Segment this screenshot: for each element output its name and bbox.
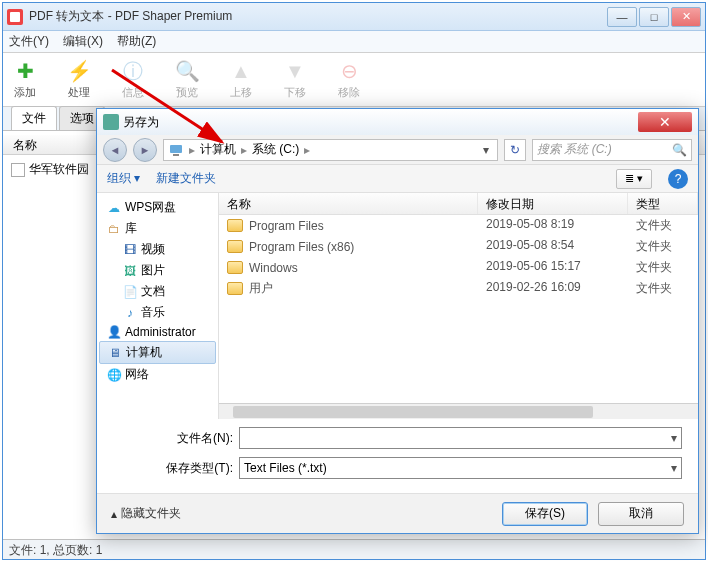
menubar: 文件(Y) 编辑(X) 帮助(Z) (3, 31, 705, 53)
file-list-header: 名称 修改日期 类型 (219, 193, 698, 215)
table-row[interactable]: Program Files2019-05-08 8:19文件夹 (219, 215, 698, 236)
table-row[interactable]: Program Files (x86)2019-05-08 8:54文件夹 (219, 236, 698, 257)
breadcrumb-dropdown[interactable]: ▾ (479, 143, 493, 157)
app-icon (7, 9, 23, 25)
preview-button[interactable]: 🔍预览 (175, 59, 199, 100)
svg-rect-1 (10, 12, 20, 22)
lightning-icon: ⚡ (67, 59, 91, 83)
moveup-button[interactable]: ▲上移 (229, 59, 253, 100)
savetype-field[interactable]: Text Files (*.txt) (239, 457, 682, 479)
chevron-right-icon: ▸ (186, 143, 198, 157)
hide-folders-link[interactable]: ▴隐藏文件夹 (111, 505, 181, 522)
search-placeholder: 搜索 系统 (C:) (537, 141, 612, 158)
filename-field[interactable] (239, 427, 682, 449)
folder-icon (227, 240, 243, 253)
arrow-down-icon: ▼ (283, 59, 307, 83)
crumb-drive[interactable]: 系统 (C:) (252, 141, 299, 158)
library-icon: 🗀 (107, 222, 121, 236)
close-button[interactable]: ✕ (671, 7, 701, 27)
computer-icon (168, 142, 184, 158)
dialog-icon (103, 114, 119, 130)
document-icon: 📄 (123, 285, 137, 299)
cancel-button[interactable]: 取消 (598, 502, 684, 526)
dialog-footer: ▴隐藏文件夹 保存(S) 取消 (97, 493, 698, 533)
maximize-button[interactable]: □ (639, 7, 669, 27)
movedown-button[interactable]: ▼下移 (283, 59, 307, 100)
refresh-button[interactable]: ↻ (504, 139, 526, 161)
tree-documents[interactable]: 📄文档 (99, 281, 216, 302)
minimize-button[interactable]: — (607, 7, 637, 27)
arrow-up-icon: ▲ (229, 59, 253, 83)
save-dialog: 另存为 ✕ ◄ ► ▸ 计算机 ▸ 系统 (C:) ▸ ▾ ↻ 搜索 系统 (C… (96, 108, 699, 534)
search-icon: 🔍 (175, 59, 199, 83)
tree-video[interactable]: 🎞视频 (99, 239, 216, 260)
breadcrumb[interactable]: ▸ 计算机 ▸ 系统 (C:) ▸ ▾ (163, 139, 498, 161)
savetype-value: Text Files (*.txt) (244, 461, 327, 475)
dialog-title: 另存为 (123, 114, 638, 131)
folder-icon (227, 261, 243, 274)
folder-icon (227, 219, 243, 232)
svg-rect-4 (173, 154, 179, 156)
crumb-computer[interactable]: 计算机 (200, 141, 236, 158)
tab-files[interactable]: 文件 (11, 106, 57, 130)
process-button[interactable]: ⚡处理 (67, 59, 91, 100)
h-scrollbar[interactable] (219, 403, 698, 419)
col-name[interactable]: 名称 (219, 193, 478, 214)
plus-icon: ✚ (13, 59, 37, 83)
tree-admin[interactable]: 👤Administrator (99, 323, 216, 341)
info-button[interactable]: ⓘ信息 (121, 59, 145, 100)
tree-pictures[interactable]: 🖼图片 (99, 260, 216, 281)
music-icon: ♪ (123, 306, 137, 320)
filename-input[interactable] (244, 431, 671, 445)
list-item-label: 华军软件园 (29, 161, 89, 178)
nav-row: ◄ ► ▸ 计算机 ▸ 系统 (C:) ▸ ▾ ↻ 搜索 系统 (C:) 🔍 (97, 135, 698, 165)
col-type[interactable]: 类型 (628, 193, 698, 214)
table-row[interactable]: Windows2019-05-06 15:17文件夹 (219, 257, 698, 278)
tree-network[interactable]: 🌐网络 (99, 364, 216, 385)
tree-music[interactable]: ♪音乐 (99, 302, 216, 323)
savetype-label: 保存类型(T): (157, 460, 239, 477)
folder-icon (227, 282, 243, 295)
image-icon: 🖼 (123, 264, 137, 278)
file-list-panel: 名称 修改日期 类型 Program Files2019-05-08 8:19文… (219, 193, 698, 419)
dialog-close-button[interactable]: ✕ (638, 112, 692, 132)
search-icon: 🔍 (672, 143, 687, 157)
remove-button[interactable]: ⊖移除 (337, 59, 361, 100)
add-button[interactable]: ✚添加 (13, 59, 37, 100)
info-icon: ⓘ (121, 59, 145, 83)
svg-rect-2 (103, 114, 119, 130)
dialog-titlebar: 另存为 ✕ (97, 109, 698, 135)
window-title: PDF 转为文本 - PDF Shaper Premium (29, 8, 605, 25)
help-button[interactable]: ? (668, 169, 688, 189)
statusbar: 文件: 1, 总页数: 1 (3, 539, 705, 559)
menu-help[interactable]: 帮助(Z) (117, 33, 156, 50)
chevron-up-icon: ▴ (111, 507, 117, 521)
titlebar: PDF 转为文本 - PDF Shaper Premium — □ ✕ (3, 3, 705, 31)
search-input[interactable]: 搜索 系统 (C:) 🔍 (532, 139, 692, 161)
col-date[interactable]: 修改日期 (478, 193, 628, 214)
user-icon: 👤 (107, 325, 121, 339)
toolbar: ✚添加 ⚡处理 ⓘ信息 🔍预览 ▲上移 ▼下移 ⊖移除 (3, 53, 705, 107)
video-icon: 🎞 (123, 243, 137, 257)
new-folder-button[interactable]: 新建文件夹 (156, 170, 216, 187)
file-icon (11, 163, 25, 177)
cloud-icon: ☁ (107, 201, 121, 215)
menu-file[interactable]: 文件(Y) (9, 33, 49, 50)
back-button[interactable]: ◄ (103, 138, 127, 162)
organize-menu[interactable]: 组织 ▾ (107, 170, 140, 187)
chevron-right-icon: ▸ (301, 143, 313, 157)
minus-icon: ⊖ (337, 59, 361, 83)
tree-library[interactable]: 🗀库 (99, 218, 216, 239)
menu-edit[interactable]: 编辑(X) (63, 33, 103, 50)
view-button[interactable]: ≣ ▾ (616, 169, 652, 189)
table-row[interactable]: 用户2019-02-26 16:09文件夹 (219, 278, 698, 299)
form-area: 文件名(N): 保存类型(T): Text Files (*.txt) (97, 419, 698, 493)
tree-computer[interactable]: 🖥计算机 (99, 341, 216, 364)
nav-tree: ☁WPS网盘 🗀库 🎞视频 🖼图片 📄文档 ♪音乐 👤Administrator… (97, 193, 219, 419)
dialog-toolbar: 组织 ▾ 新建文件夹 ≣ ▾ ? (97, 165, 698, 193)
tree-wps[interactable]: ☁WPS网盘 (99, 197, 216, 218)
svg-rect-3 (170, 145, 182, 153)
forward-button[interactable]: ► (133, 138, 157, 162)
save-button[interactable]: 保存(S) (502, 502, 588, 526)
filename-label: 文件名(N): (157, 430, 239, 447)
